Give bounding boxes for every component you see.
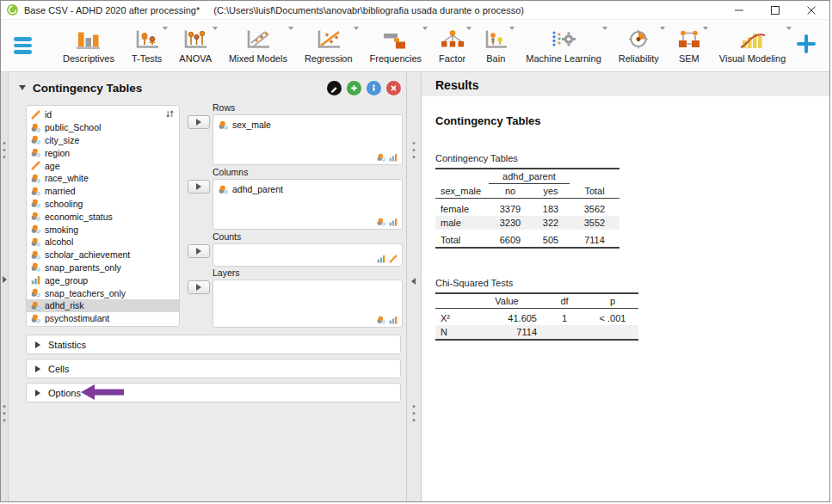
module-reliability[interactable]: Reliability — [610, 26, 668, 64]
module-frequencies[interactable]: Frequencies — [361, 26, 431, 64]
results-analysis-heading: Contingency Tables — [435, 114, 821, 127]
visual-modeling-icon — [740, 29, 766, 50]
module-anova[interactable]: ANOVA — [170, 26, 220, 64]
nominal-icon — [377, 218, 385, 226]
module-mixed-models[interactable]: Mixed Models — [220, 26, 296, 64]
ordinal-icon — [389, 218, 398, 226]
frequencies-icon — [383, 29, 409, 50]
section-statistics[interactable]: Statistics — [26, 335, 401, 354]
results-title: Results — [435, 78, 479, 92]
assigned-variable[interactable]: adhd_parent — [213, 180, 402, 194]
variable-item[interactable]: id — [27, 108, 179, 121]
module-buttons: Descriptives T-Tests ANOVA Mixed Models — [54, 20, 794, 71]
open-data-panel-icon[interactable] — [3, 276, 7, 283]
variable-item[interactable]: economic_status — [27, 210, 179, 223]
columns-drop-zone[interactable]: adhd_parent — [213, 179, 403, 230]
counts-drop-zone[interactable] — [213, 243, 403, 267]
module-descriptives[interactable]: Descriptives — [54, 26, 123, 64]
table-row: male 3230 322 3552 — [435, 216, 619, 230]
variable-item[interactable]: snap_teachers_only — [27, 286, 179, 299]
data-panel-splitter[interactable] — [1, 73, 9, 501]
variable-item[interactable]: age_group — [27, 274, 179, 286]
window-controls — [721, 1, 829, 19]
chi-squared-table-block: Chi-Squared Tests Value df p — [435, 278, 821, 341]
contingency-table-block: Contingency Tables adhd_parent sex_male … — [435, 153, 821, 249]
nominal-icon — [31, 135, 40, 144]
expand-options-icon[interactable] — [411, 278, 416, 285]
bain-icon — [483, 29, 508, 50]
assign-to-rows-button[interactable] — [188, 115, 210, 129]
regression-icon — [316, 29, 342, 50]
contingency-table-caption: Contingency Tables — [435, 153, 821, 163]
results-panel: Results Contingency Tables Contingency T… — [422, 73, 829, 501]
close-button[interactable] — [793, 1, 829, 19]
maximize-button[interactable] — [757, 1, 793, 19]
module-visual-modeling[interactable]: Visual Modeling — [711, 26, 794, 64]
variable-item[interactable]: schooling — [27, 198, 179, 211]
collapse-analysis-icon[interactable] — [19, 85, 26, 90]
table-row: female 3379 183 3562 — [435, 202, 619, 216]
nominal-icon — [31, 250, 40, 260]
splitter-grip-icon[interactable] — [413, 405, 416, 421]
variable-item[interactable]: age — [27, 159, 179, 172]
variable-item[interactable]: alcohol — [27, 236, 179, 249]
sort-icon — [165, 109, 175, 119]
assign-to-layers-button[interactable] — [188, 280, 210, 294]
main-menu-button[interactable] — [1, 20, 44, 71]
variable-item[interactable]: race_white — [27, 172, 179, 185]
sort-variables-button[interactable] — [165, 109, 175, 120]
add-module-button[interactable] — [797, 34, 816, 57]
minimize-button[interactable] — [721, 1, 757, 19]
counts-zone-label: Counts — [213, 231, 241, 242]
splitter-grip-icon[interactable] — [3, 142, 6, 158]
chevron-down-icon — [354, 27, 359, 30]
nominal-icon — [377, 153, 385, 162]
assigned-variable[interactable]: sex_male — [213, 115, 402, 130]
variable-item-selected[interactable]: adhd_risk — [27, 299, 179, 312]
scale-icon — [31, 161, 40, 170]
module-machine-learning[interactable]: Machine Learning — [517, 26, 609, 64]
close-icon — [807, 6, 816, 15]
module-t-tests[interactable]: T-Tests — [123, 26, 170, 64]
plus-icon — [797, 34, 816, 53]
edit-title-button[interactable] — [327, 81, 342, 95]
analysis-title: Contingency Tables — [33, 82, 142, 95]
module-regression[interactable]: Regression — [296, 26, 361, 64]
assign-to-columns-button[interactable] — [188, 180, 210, 194]
variable-item[interactable]: married — [27, 185, 179, 198]
module-sem[interactable]: SEM — [668, 26, 711, 64]
module-factor[interactable]: Factor — [430, 26, 474, 64]
variable-item[interactable]: city_size — [27, 134, 179, 147]
variable-item[interactable]: smoking — [27, 223, 179, 236]
results-splitter[interactable] — [406, 73, 422, 501]
table-row: N 7114 — [435, 325, 638, 340]
variable-item[interactable]: public_School — [27, 121, 179, 134]
arrow-right-icon — [196, 248, 201, 255]
variable-item[interactable]: snap_parents_only — [27, 261, 179, 274]
layers-drop-zone[interactable] — [213, 280, 403, 328]
duplicate-analysis-button[interactable] — [347, 81, 361, 95]
nominal-icon — [31, 199, 40, 208]
splitter-grip-icon[interactable] — [413, 142, 416, 158]
rows-drop-zone[interactable]: sex_male — [213, 114, 403, 165]
factor-icon — [440, 29, 465, 50]
nominal-icon — [219, 120, 228, 130]
ordinal-icon — [389, 153, 398, 162]
assign-to-counts-button[interactable] — [188, 244, 210, 258]
variable-item[interactable]: psychostimulant — [27, 312, 179, 325]
available-variables-list: id public_School city_size region — [26, 105, 180, 327]
section-cells[interactable]: Cells — [26, 359, 401, 378]
variable-item[interactable]: region — [27, 146, 179, 159]
variable-item[interactable]: scholar_achievement — [27, 249, 179, 261]
arrow-right-icon — [196, 284, 201, 291]
module-bain[interactable]: Bain — [474, 26, 517, 64]
nominal-icon — [377, 316, 385, 324]
chevron-down-icon — [213, 27, 218, 30]
table-row: Total 6609 505 7114 — [435, 233, 619, 248]
remove-analysis-button[interactable] — [386, 81, 401, 95]
splitter-grip-icon[interactable] — [3, 405, 6, 421]
minimize-icon — [735, 6, 743, 15]
analysis-header-buttons — [327, 81, 401, 95]
analysis-info-button[interactable] — [367, 81, 381, 95]
expand-icon — [35, 390, 40, 396]
